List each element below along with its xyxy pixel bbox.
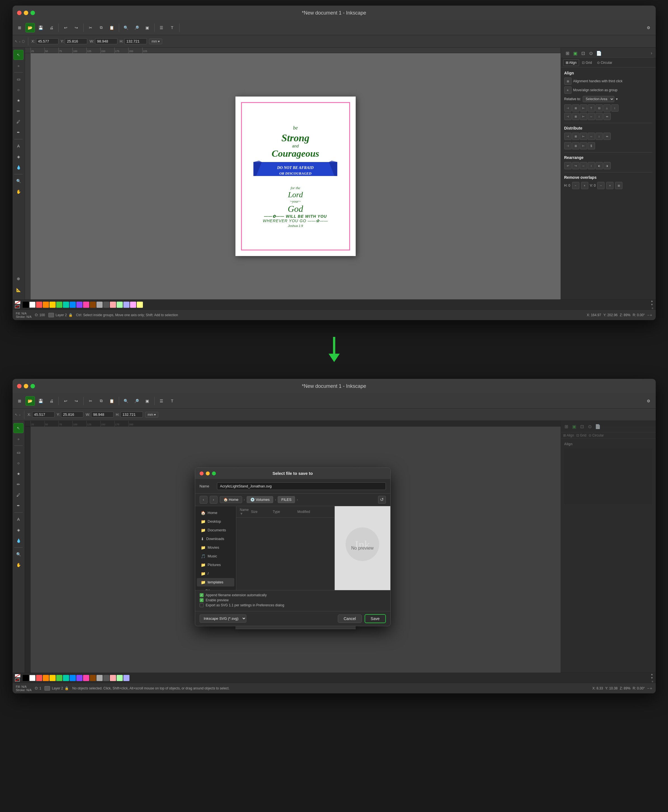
select-tool[interactable]: ↖ xyxy=(13,50,23,60)
align-center-h[interactable]: ⊞ xyxy=(572,104,579,112)
dropper-tool[interactable]: 💧 xyxy=(13,162,23,172)
tab-circular[interactable]: ⊙ Circular xyxy=(595,60,615,66)
w2-color-brown[interactable] xyxy=(90,675,96,681)
dist-r2-4[interactable]: $ xyxy=(588,142,595,149)
snap-btn[interactable]: ⊕ xyxy=(13,274,23,284)
sidebar-movies[interactable]: 📁 Movies xyxy=(197,543,235,552)
w2-zoom-fit-btn[interactable]: ▣ xyxy=(143,396,152,406)
w2-zoom-plus-btn[interactable]: + xyxy=(650,686,652,691)
col-size[interactable]: Size xyxy=(251,510,271,514)
location-files[interactable]: FILES xyxy=(278,496,295,503)
refresh-btn[interactable]: ↺ xyxy=(378,496,386,504)
rearr-3[interactable]: ↔ xyxy=(580,162,587,169)
color-lightpink[interactable] xyxy=(130,301,136,308)
w2-palette-down[interactable]: ▼ xyxy=(651,676,653,680)
w2-dropper-tool[interactable]: 💧 xyxy=(13,536,23,546)
align-r2-1[interactable]: ⊣ xyxy=(564,113,571,120)
dialog-name-input[interactable] xyxy=(217,482,386,490)
w2-gradient-tool[interactable]: ◈ xyxy=(13,525,23,535)
align-bottom[interactable]: ⊥ xyxy=(603,104,611,112)
color-red[interactable] xyxy=(36,301,42,308)
w2-color-darkgray[interactable] xyxy=(103,675,109,681)
w2-align-btn[interactable]: ☰ xyxy=(157,396,166,406)
dist-r2-3[interactable]: ⊢ xyxy=(580,142,587,149)
color-gray[interactable] xyxy=(97,301,103,308)
maximize-button-2[interactable] xyxy=(30,384,35,388)
w2-text-tool[interactable]: A xyxy=(13,514,23,524)
w2-zoom-tool[interactable]: 🔍 xyxy=(13,549,23,559)
redo-btn[interactable]: ↪ xyxy=(72,23,81,32)
w2-y-input[interactable] xyxy=(61,412,84,417)
w2-pen-tool[interactable]: 🖊 xyxy=(13,490,23,500)
move-align-icon[interactable]: ≡ xyxy=(564,87,571,94)
w-input[interactable] xyxy=(95,39,117,44)
location-home[interactable]: 🏠 Home xyxy=(220,496,242,503)
rearr-4[interactable]: ↕ xyxy=(588,162,595,169)
panel-collapse-btn[interactable]: › xyxy=(651,51,652,56)
location-volumes[interactable]: 💿 Volumes xyxy=(247,496,273,503)
panel-tab-active-icon[interactable]: ▣ xyxy=(572,50,579,57)
dist-4[interactable]: ↔ xyxy=(588,132,595,140)
new-btn[interactable]: ⊞ xyxy=(15,23,24,32)
w2-color-orange[interactable] xyxy=(43,675,49,681)
w2-color-lightblue[interactable] xyxy=(123,675,129,681)
w2-undo-btn[interactable]: ↩ xyxy=(61,396,70,406)
sidebar-documents[interactable]: 📁 Documents xyxy=(197,526,235,534)
text-tool[interactable]: A xyxy=(13,141,23,151)
w2-x-input[interactable] xyxy=(32,412,55,417)
color-purple[interactable] xyxy=(76,301,82,308)
w2-color-black[interactable] xyxy=(23,675,29,681)
w2-fill-swatch[interactable] xyxy=(15,674,20,677)
w2-save-btn[interactable]: 💾 xyxy=(36,396,45,406)
hand-tool[interactable]: ✋ xyxy=(13,187,23,197)
w2-color-blue[interactable] xyxy=(70,675,76,681)
w2-stroke-swatch[interactable] xyxy=(15,678,20,681)
color-brown[interactable] xyxy=(90,301,96,308)
w2-pencil-tool[interactable]: ✏ xyxy=(13,479,23,489)
w2-paste-btn[interactable]: 📋 xyxy=(107,396,117,406)
w2-color-white[interactable] xyxy=(29,675,35,681)
align-right[interactable]: ⊢ xyxy=(580,104,587,112)
w2-color-lightred[interactable] xyxy=(110,675,116,681)
w2-rect-tool[interactable]: ▭ xyxy=(13,447,23,457)
v-plus[interactable]: + xyxy=(606,182,613,189)
w2-color-purple[interactable] xyxy=(76,675,82,681)
color-teal[interactable] xyxy=(63,301,69,308)
align-r2-6[interactable]: ⇔ xyxy=(603,113,611,120)
panel-tab-doc-icon[interactable]: 📄 xyxy=(596,50,602,57)
format-select[interactable]: Inkscape SVG (*.svg) Plain SVG (*.svg) xyxy=(200,614,246,623)
zoom-minus-btn[interactable]: − xyxy=(647,313,649,317)
close-button-1[interactable] xyxy=(17,11,22,15)
sidebar-home[interactable]: 🏠 Home xyxy=(197,509,235,517)
w2-callig-tool[interactable]: ✒ xyxy=(13,501,23,511)
align-handles-icon[interactable]: ⊞ xyxy=(564,77,571,85)
dist-6[interactable]: ⇔ xyxy=(603,132,611,140)
dist-1[interactable]: ⊣ xyxy=(564,132,571,140)
w2-zoom-minus-btn[interactable]: − xyxy=(647,686,649,691)
color-lightred[interactable] xyxy=(110,301,116,308)
col-modified[interactable]: Modified xyxy=(297,510,331,514)
minimize-button-1[interactable] xyxy=(24,11,28,15)
dist-r2-1[interactable]: ⊣ xyxy=(564,142,571,149)
w2-settings-btn[interactable]: ⚙ xyxy=(644,396,653,406)
rearr-1[interactable]: ↩ xyxy=(564,162,571,169)
panel-tab-circ-icon[interactable]: ⊙ xyxy=(588,50,595,57)
zoom-in-btn[interactable]: 🔍 xyxy=(121,23,131,32)
w2-node-tool[interactable]: ⬦ xyxy=(13,434,23,444)
w2-print-btn[interactable]: 🖨 xyxy=(47,396,56,406)
text-btn[interactable]: T xyxy=(167,23,177,32)
w2-h-input[interactable] xyxy=(120,412,143,417)
sidebar-desktop[interactable]: 📁 Desktop xyxy=(197,517,235,526)
sidebar-root[interactable]: 📁 / xyxy=(197,569,235,578)
sidebar-music[interactable]: 🎵 Music xyxy=(197,552,235,561)
sidebar-templates[interactable]: 📁 templates xyxy=(197,578,235,586)
color-orange[interactable] xyxy=(43,301,49,308)
align-top[interactable]: ⊤ xyxy=(588,104,595,112)
w2-color-red[interactable] xyxy=(36,675,42,681)
palette-menu[interactable]: ≡ xyxy=(652,307,653,310)
print-btn[interactable]: 🖨 xyxy=(47,23,56,32)
rearr-6[interactable]: ⬗ xyxy=(603,162,611,169)
w2-text-btn[interactable]: T xyxy=(167,396,177,406)
color-black[interactable] xyxy=(23,301,29,308)
stroke-swatch[interactable] xyxy=(15,305,20,308)
